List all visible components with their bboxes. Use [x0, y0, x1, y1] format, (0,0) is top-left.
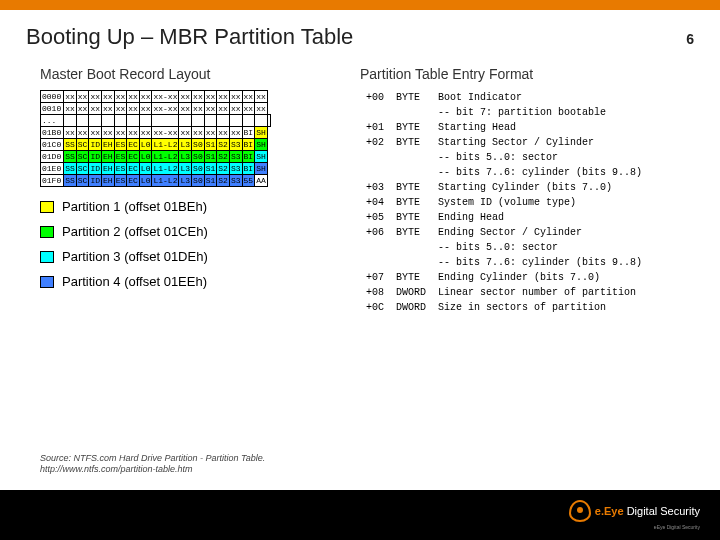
hex-cell: S0	[192, 175, 205, 187]
hex-cell: S1	[204, 139, 217, 151]
hex-cell: ES	[114, 163, 127, 175]
hex-cell: EH	[102, 163, 115, 175]
entry-desc: -- bit 7: partition bootable	[432, 105, 648, 120]
legend-item: Partition 2 (offset 01CEh)	[40, 224, 340, 239]
entry-type: DWORD	[390, 285, 432, 300]
hex-cell: xx	[89, 127, 102, 139]
hex-cell: xx	[204, 127, 217, 139]
hex-cell	[217, 115, 230, 127]
entry-desc: Boot Indicator	[432, 90, 648, 105]
hex-cell: SH	[255, 151, 268, 163]
entry-type: BYTE	[390, 120, 432, 135]
hex-cell: SC	[76, 175, 89, 187]
entry-row: +02BYTEStarting Sector / Cylinder	[360, 135, 648, 150]
hex-cell: xx	[64, 91, 77, 103]
hex-addr: 01C0	[41, 139, 64, 151]
entry-desc: Starting Cylinder (bits 7..0)	[432, 180, 648, 195]
hex-cell: S0	[192, 151, 205, 163]
slide-header: Booting Up – MBR Partition Table 6	[0, 10, 720, 58]
hex-cell: xx-xx	[152, 127, 179, 139]
hex-cell: 55	[242, 175, 255, 187]
hex-cell: EH	[102, 139, 115, 151]
hex-cell: S2	[217, 175, 230, 187]
hex-cell: L1-L2	[152, 163, 179, 175]
hex-cell: EH	[102, 151, 115, 163]
hex-cell: L0	[139, 163, 152, 175]
hex-cell: L3	[179, 139, 192, 151]
hex-cell: xx	[64, 103, 77, 115]
hex-cell: xx	[139, 91, 152, 103]
hex-cell: xx	[242, 91, 255, 103]
entry-desc: Starting Head	[432, 120, 648, 135]
hex-cell: S3	[229, 139, 242, 151]
entry-off: +05	[360, 210, 390, 225]
entry-desc: Ending Sector / Cylinder	[432, 225, 648, 240]
hex-cell: SS	[64, 151, 77, 163]
hex-cell: BI	[242, 151, 255, 163]
hex-cell: EC	[127, 151, 140, 163]
hex-cell: SS	[64, 163, 77, 175]
hex-cell: xx	[102, 127, 115, 139]
hex-cell	[229, 115, 242, 127]
hex-cell: xx	[179, 91, 192, 103]
hex-cell: SH	[255, 127, 268, 139]
hex-cell	[114, 115, 127, 127]
hex-addr: 01B0	[41, 127, 64, 139]
hex-cell: xx	[139, 127, 152, 139]
entry-desc: System ID (volume type)	[432, 195, 648, 210]
hex-cell: xx	[76, 91, 89, 103]
hex-cell: xx	[76, 127, 89, 139]
entry-row: -- bits 7..6: cylinder (bits 9..8)	[360, 165, 648, 180]
legend-label: Partition 2 (offset 01CEh)	[62, 224, 208, 239]
hex-cell: xx	[229, 91, 242, 103]
hex-row: ...	[41, 115, 271, 127]
entry-type	[390, 150, 432, 165]
hex-cell	[64, 115, 77, 127]
hex-cell: S2	[217, 139, 230, 151]
hex-cell: L1-L2	[152, 175, 179, 187]
entry-type	[390, 240, 432, 255]
hex-cell: ES	[114, 139, 127, 151]
legend-swatch	[40, 276, 54, 288]
hex-row: 01C0SSSCIDEHESECL0L1-L2L3S0S1S2S3BISH	[41, 139, 271, 151]
hex-row: 01D0SSSCIDEHESECL0L1-L2L3S0S1S2S3BISH	[41, 151, 271, 163]
hex-cell: S3	[229, 151, 242, 163]
eye-icon	[569, 500, 591, 522]
hex-row: 0000xxxxxxxxxxxxxxxx-xxxxxxxxxxxxxxxx	[41, 91, 271, 103]
page-number: 6	[686, 31, 694, 47]
hex-cell: xx	[114, 91, 127, 103]
hex-cell: xx	[217, 91, 230, 103]
entry-row: +03BYTEStarting Cylinder (bits 7..0)	[360, 180, 648, 195]
source-line1: Source: NTFS.com Hard Drive Partition - …	[40, 453, 265, 465]
legend-item: Partition 4 (offset 01EEh)	[40, 274, 340, 289]
hex-cell	[255, 115, 268, 127]
hex-cell: S1	[204, 163, 217, 175]
hex-addr: 0010	[41, 103, 64, 115]
entry-off	[360, 105, 390, 120]
hex-dump-table: 0000xxxxxxxxxxxxxxxx-xxxxxxxxxxxxxxxx001…	[40, 90, 271, 187]
hex-cell: xx	[102, 91, 115, 103]
hex-addr: 01F0	[41, 175, 64, 187]
entry-type: BYTE	[390, 135, 432, 150]
hex-cell	[76, 115, 89, 127]
hex-cell: SH	[255, 139, 268, 151]
entry-off	[360, 255, 390, 270]
entry-desc: Starting Sector / Cylinder	[432, 135, 648, 150]
entry-type	[390, 105, 432, 120]
hex-addr: 01E0	[41, 163, 64, 175]
brand-block: e.Eye Digital Security eEye Digital Secu…	[569, 500, 700, 530]
hex-row: 0010xxxxxxxxxxxxxxxx-xxxxxxxxxxxxxxxx	[41, 103, 271, 115]
entry-row: +08DWORDLinear sector number of partitio…	[360, 285, 648, 300]
hex-cell: AA	[255, 175, 268, 187]
hex-cell: L1-L2	[152, 139, 179, 151]
entry-desc: -- bits 5..0: sector	[432, 150, 648, 165]
hex-cell	[242, 115, 255, 127]
hex-cell: SS	[64, 175, 77, 187]
legend-label: Partition 3 (offset 01DEh)	[62, 249, 208, 264]
entry-row: +0CDWORDSize in sectors of partition	[360, 300, 648, 315]
hex-cell	[152, 115, 179, 127]
hex-cell: S0	[192, 163, 205, 175]
hex-cell: xx	[255, 103, 268, 115]
hex-cell: xx	[192, 91, 205, 103]
hex-cell: xx	[127, 91, 140, 103]
